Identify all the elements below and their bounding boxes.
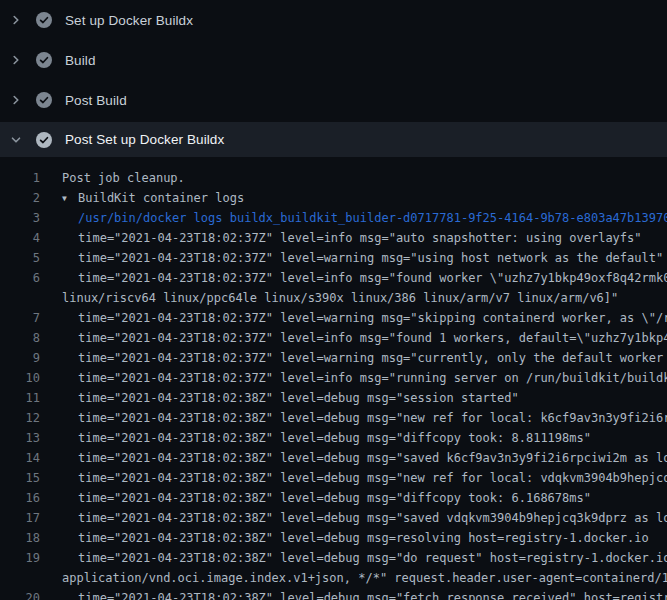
log-line: 6 time="2021-04-23T18:02:37Z" level=info…: [0, 268, 667, 288]
log-line: 18 time="2021-04-23T18:02:38Z" level=deb…: [0, 528, 667, 548]
log-line: 4 time="2021-04-23T18:02:37Z" level=info…: [0, 228, 667, 248]
workflow-job-log-viewer: Set up Docker Buildx Build P: [0, 0, 667, 600]
step-row-build[interactable]: Build: [0, 40, 667, 80]
log-line: 20 time="2021-04-23T18:02:38Z" level=deb…: [0, 588, 667, 600]
log-line: 10 time="2021-04-23T18:02:37Z" level=inf…: [0, 368, 667, 388]
log-line-text: time="2021-04-23T18:02:37Z" level=info m…: [40, 228, 667, 248]
log-line-text: time="2021-04-23T18:02:38Z" level=debug …: [40, 548, 667, 568]
log-line: application/vnd.oci.image.index.v1+json,…: [0, 568, 667, 588]
log-line-text: time="2021-04-23T18:02:38Z" level=debug …: [40, 448, 667, 468]
log-line: 15 time="2021-04-23T18:02:38Z" level=deb…: [0, 468, 667, 488]
log-line-number[interactable]: 3: [0, 208, 40, 228]
log-line: 19 time="2021-04-23T18:02:38Z" level=deb…: [0, 548, 667, 568]
log-line-number[interactable]: 2: [0, 188, 40, 208]
step-label: Post Build: [65, 93, 127, 108]
log-line-text: ▼BuildKit container logs: [40, 188, 667, 208]
log-line-text: time="2021-04-23T18:02:37Z" level=warnin…: [40, 248, 667, 268]
log-line-text: time="2021-04-23T18:02:37Z" level=info m…: [40, 268, 667, 288]
collapse-triangle-icon[interactable]: ▼: [62, 189, 78, 208]
log-line-number[interactable]: 16: [0, 488, 40, 508]
log-line-text: time="2021-04-23T18:02:37Z" level=warnin…: [40, 348, 667, 368]
step-label: Set up Docker Buildx: [65, 13, 193, 28]
log-line: 9 time="2021-04-23T18:02:37Z" level=warn…: [0, 348, 667, 368]
log-line-text: time="2021-04-23T18:02:38Z" level=debug …: [40, 488, 667, 508]
check-circle-icon: [36, 52, 52, 68]
log-line-text: time="2021-04-23T18:02:38Z" level=debug …: [40, 408, 667, 428]
log-line-number[interactable]: 9: [0, 348, 40, 368]
log-line: 3 /usr/bin/docker logs buildx_buildkit_b…: [0, 208, 667, 228]
log-line-number[interactable]: [0, 568, 40, 588]
log-line-text: /usr/bin/docker logs buildx_buildkit_bui…: [40, 208, 667, 228]
check-circle-icon: [36, 132, 52, 148]
log-area: 1 Post job cleanup. 2 ▼BuildKit containe…: [0, 168, 667, 600]
log-line-text: time="2021-04-23T18:02:38Z" level=debug …: [40, 588, 667, 600]
chevron-down-icon[interactable]: [8, 132, 24, 148]
log-line-text: time="2021-04-23T18:02:38Z" level=debug …: [40, 428, 667, 448]
log-line-number[interactable]: 1: [0, 168, 40, 188]
log-line-text: linux/riscv64 linux/ppc64le linux/s390x …: [40, 288, 667, 308]
chevron-right-icon[interactable]: [8, 52, 24, 68]
log-line-text: time="2021-04-23T18:02:37Z" level=info m…: [40, 368, 667, 388]
log-line-text: time="2021-04-23T18:02:37Z" level=info m…: [40, 328, 667, 348]
log-line-number[interactable]: 14: [0, 448, 40, 468]
log-line-text: application/vnd.oci.image.index.v1+json,…: [40, 568, 667, 588]
log-line-text: time="2021-04-23T18:02:38Z" level=debug …: [40, 508, 667, 528]
log-line-text: time="2021-04-23T18:02:38Z" level=debug …: [40, 468, 667, 488]
log-line: 13 time="2021-04-23T18:02:38Z" level=deb…: [0, 428, 667, 448]
step-row-post-build[interactable]: Post Build: [0, 80, 667, 120]
log-line-number[interactable]: 13: [0, 428, 40, 448]
log-line-text: Post job cleanup.: [40, 168, 667, 188]
log-line-text: time="2021-04-23T18:02:37Z" level=warnin…: [40, 308, 667, 328]
check-circle-icon: [36, 12, 52, 28]
log-line-number[interactable]: 20: [0, 588, 40, 600]
step-row-set-up-docker-buildx[interactable]: Set up Docker Buildx: [0, 0, 667, 40]
log-line: 17 time="2021-04-23T18:02:38Z" level=deb…: [0, 508, 667, 528]
log-line-number[interactable]: 6: [0, 268, 40, 288]
log-line: 8 time="2021-04-23T18:02:37Z" level=info…: [0, 328, 667, 348]
log-line-number[interactable]: 11: [0, 388, 40, 408]
chevron-right-icon[interactable]: [8, 92, 24, 108]
step-label: Post Set up Docker Buildx: [65, 132, 224, 147]
chevron-right-icon[interactable]: [8, 12, 24, 28]
log-line-number[interactable]: 10: [0, 368, 40, 388]
log-line-number[interactable]: 18: [0, 528, 40, 548]
log-line-text: time="2021-04-23T18:02:38Z" level=debug …: [40, 388, 667, 408]
log-line: 2 ▼BuildKit container logs: [0, 188, 667, 208]
log-line: 7 time="2021-04-23T18:02:37Z" level=warn…: [0, 308, 667, 328]
log-line: 16 time="2021-04-23T18:02:38Z" level=deb…: [0, 488, 667, 508]
steps-list: Set up Docker Buildx Build P: [0, 0, 667, 157]
log-line-number[interactable]: 5: [0, 248, 40, 268]
step-label: Build: [65, 53, 96, 68]
log-line: 5 time="2021-04-23T18:02:37Z" level=warn…: [0, 248, 667, 268]
log-line-number[interactable]: 15: [0, 468, 40, 488]
log-line: 12 time="2021-04-23T18:02:38Z" level=deb…: [0, 408, 667, 428]
step-row-post-set-up-docker-buildx[interactable]: Post Set up Docker Buildx: [0, 122, 667, 157]
log-line: 14 time="2021-04-23T18:02:38Z" level=deb…: [0, 448, 667, 468]
log-line-text: time="2021-04-23T18:02:38Z" level=debug …: [40, 528, 667, 548]
log-line-number[interactable]: 12: [0, 408, 40, 428]
log-line-number[interactable]: 8: [0, 328, 40, 348]
log-line-number[interactable]: 4: [0, 228, 40, 248]
log-line-number[interactable]: [0, 288, 40, 308]
log-line: 11 time="2021-04-23T18:02:38Z" level=deb…: [0, 388, 667, 408]
log-line-number[interactable]: 17: [0, 508, 40, 528]
log-line-number[interactable]: 7: [0, 308, 40, 328]
log-line: linux/riscv64 linux/ppc64le linux/s390x …: [0, 288, 667, 308]
log-line-number[interactable]: 19: [0, 548, 40, 568]
log-line: 1 Post job cleanup.: [0, 168, 667, 188]
check-circle-icon: [36, 92, 52, 108]
